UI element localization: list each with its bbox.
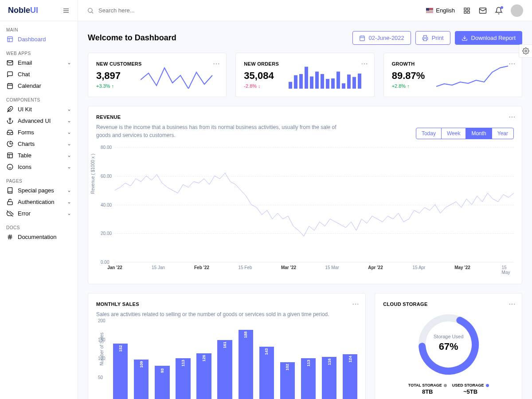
- sparkline: [436, 64, 514, 89]
- search-icon: [87, 7, 94, 14]
- nav-item-authentication[interactable]: Authentication⌄: [0, 196, 78, 207]
- y-tick: 200: [98, 318, 106, 323]
- chevron-down-icon: ⌄: [67, 210, 71, 216]
- download-report-button[interactable]: Download Report: [455, 31, 522, 45]
- nav-item-documentation[interactable]: Documentation: [0, 231, 78, 243]
- tab-year[interactable]: Year: [492, 128, 513, 139]
- mail-icon[interactable]: [479, 7, 487, 15]
- avatar[interactable]: [511, 4, 523, 17]
- svg-line-27: [92, 12, 93, 13]
- bell-icon[interactable]: [495, 7, 503, 15]
- legend-label: USED STORAGE: [452, 383, 484, 387]
- revenue-tabs: TodayWeekMonthYear: [416, 128, 514, 139]
- bar-value: 113: [181, 360, 185, 366]
- calendar-icon: [6, 82, 13, 89]
- card-menu-icon[interactable]: ⋯: [509, 300, 516, 308]
- bar: 124: [343, 354, 357, 399]
- brand[interactable]: NobleUI: [8, 6, 38, 15]
- sparkline: [141, 64, 218, 89]
- x-tick: 15 Feb: [238, 265, 252, 270]
- x-tick: Feb '22: [194, 265, 209, 270]
- y-tick: 80.00: [101, 145, 112, 150]
- stat-card: GROWTH⋯89.87%+2.8%↑: [383, 53, 522, 97]
- arrow-icon: ↑: [407, 83, 410, 89]
- nav-item-special-pages[interactable]: Special pages⌄: [0, 184, 78, 196]
- nav-item-label: Chat: [18, 71, 30, 78]
- nav-item-table[interactable]: Table⌄: [0, 149, 78, 161]
- x-tick: Mar '22: [281, 265, 296, 270]
- smile-icon: [6, 163, 13, 170]
- tab-today[interactable]: Today: [416, 128, 442, 139]
- topbar-right: English: [426, 4, 523, 17]
- x-tick: 15 Apr: [413, 265, 426, 270]
- svg-rect-20: [7, 201, 12, 204]
- hamburger-icon[interactable]: [63, 7, 70, 14]
- anchor-icon: [6, 117, 13, 124]
- monthly-sales-desc: Sales are activities related to selling …: [96, 310, 344, 318]
- nav-item-label: UI Kit: [18, 106, 32, 113]
- y-tick: 0.00: [101, 260, 109, 265]
- bar: 143: [259, 347, 274, 399]
- svg-rect-3: [7, 36, 12, 41]
- monthly-sales-chart: Number of Sales 50100150200 152109931131…: [110, 325, 357, 399]
- legend-value: ~5TB: [463, 388, 477, 395]
- svg-rect-48: [336, 72, 340, 89]
- svg-point-17: [7, 164, 13, 170]
- feather-icon: [6, 106, 13, 113]
- chevron-down-icon: ⌄: [67, 152, 71, 158]
- calendar-icon: [359, 35, 365, 41]
- print-button[interactable]: Print: [415, 31, 450, 45]
- bar: 126: [196, 353, 211, 399]
- bar-value: 109: [139, 361, 144, 368]
- stats-row: NEW CUSTOMERS⋯3,897+3.3%↑NEW ORDERS⋯35,0…: [88, 53, 522, 97]
- svg-rect-49: [342, 83, 345, 89]
- svg-rect-50: [347, 74, 351, 89]
- nav-item-label: Icons: [18, 164, 31, 170]
- apps-icon[interactable]: [463, 7, 471, 15]
- nav-item-label: Forms: [18, 129, 34, 136]
- arrow-icon: ↓: [258, 83, 261, 89]
- nav-item-calendar[interactable]: Calendar: [0, 80, 78, 91]
- legend-dot: [444, 384, 447, 387]
- nav-item-email[interactable]: Email⌄: [0, 57, 78, 68]
- legend-dot: [486, 384, 489, 387]
- language-selector[interactable]: English: [426, 7, 455, 14]
- card-menu-icon[interactable]: ⋯: [509, 113, 516, 121]
- tab-month[interactable]: Month: [466, 128, 492, 139]
- legend-value: 8TB: [422, 388, 433, 395]
- nav-section-header: WEB APPS: [0, 45, 78, 57]
- tab-week[interactable]: Week: [442, 128, 466, 139]
- nav-item-charts[interactable]: Charts⌄: [0, 138, 78, 149]
- nav-item-icons[interactable]: Icons⌄: [0, 161, 78, 172]
- settings-gear-icon[interactable]: [519, 44, 532, 58]
- nav-item-error[interactable]: Error⌄: [0, 207, 78, 219]
- nav-item-ui-kit[interactable]: UI Kit⌄: [0, 103, 78, 115]
- bar-value: 188: [243, 332, 248, 338]
- y-tick: 50: [98, 375, 103, 379]
- chevron-down-icon: ⌄: [67, 187, 71, 193]
- nav-item-forms[interactable]: Forms⌄: [0, 126, 78, 138]
- bar-value: 161: [223, 342, 227, 348]
- svg-rect-44: [315, 72, 319, 89]
- stat-card: NEW CUSTOMERS⋯3,897+3.3%↑: [88, 53, 227, 97]
- y-tick: 100: [98, 356, 106, 361]
- cloud-title: CLOUD STORAGE: [383, 301, 514, 307]
- nav-item-chat[interactable]: Chat: [0, 68, 78, 80]
- search-input[interactable]: [98, 7, 187, 14]
- x-tick: May '22: [454, 265, 470, 270]
- nav-item-label: Dashboard: [18, 36, 46, 43]
- header-actions: 02-June-2022 Print Download Report: [352, 31, 522, 45]
- svg-rect-42: [305, 67, 308, 89]
- chevron-down-icon: ⌄: [67, 164, 71, 170]
- bar: 102: [280, 362, 295, 399]
- x-tick: 15 Mar: [325, 265, 339, 270]
- nav-item-advanced-ui[interactable]: Advanced UI⌄: [0, 115, 78, 126]
- sparkline: [289, 64, 366, 89]
- date-picker-button[interactable]: 02-June-2022: [352, 31, 411, 45]
- x-tick: 15 May: [502, 265, 510, 275]
- card-menu-icon[interactable]: ⋯: [352, 300, 359, 308]
- storage-donut: Storage Used 67%: [415, 311, 482, 378]
- svg-rect-29: [467, 8, 469, 10]
- svg-rect-14: [7, 153, 12, 157]
- nav-item-dashboard[interactable]: Dashboard: [0, 33, 78, 45]
